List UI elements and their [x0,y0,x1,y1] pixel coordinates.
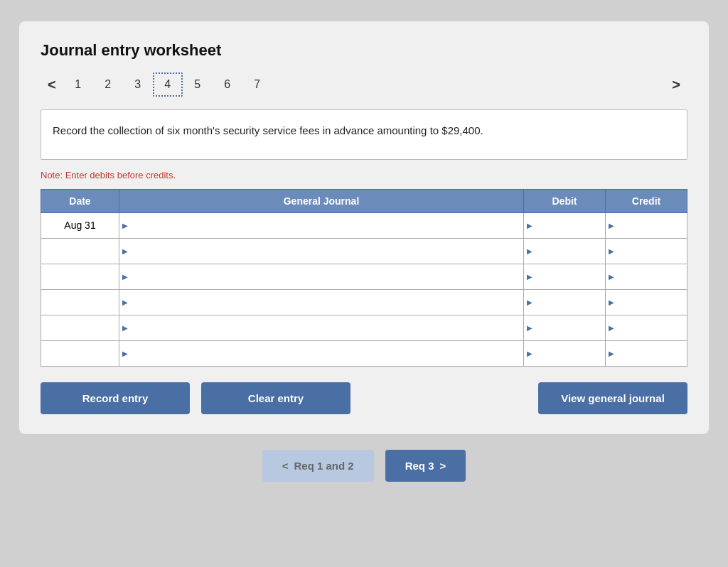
debit-input-3[interactable] [524,290,605,315]
date-cell-4 [41,315,119,340]
req-1-and-2-label: Req 1 and 2 [294,460,353,472]
header-journal: General Journal [119,189,524,212]
req-3-button[interactable]: Req 3 > [385,450,466,482]
table-row [41,340,687,366]
header-debit: Debit [524,189,606,212]
date-cell-1 [41,238,119,264]
req-3-label: Req 3 [405,460,434,472]
debit-cell-5[interactable] [524,340,606,366]
table-row [41,315,687,340]
main-card: Journal entry worksheet < 1 2 3 4 5 6 7 … [19,21,709,434]
credit-cell-4[interactable] [606,315,687,340]
credit-cell-5[interactable] [606,340,687,366]
nav-number-6[interactable]: 6 [213,74,242,95]
table-row [41,289,687,315]
nav-number-4[interactable]: 4 [153,72,183,97]
record-entry-button[interactable]: Record entry [41,382,190,414]
nav-number-1[interactable]: 1 [63,74,93,95]
journal-input-5[interactable] [125,341,523,366]
credit-input-5[interactable] [606,341,687,366]
nav-prev-arrow[interactable]: < [41,75,63,94]
view-general-journal-button[interactable]: View general journal [538,382,687,414]
journal-table: Date General Journal Debit Credit Aug 31 [41,189,687,367]
credit-input-1[interactable] [606,239,687,264]
header-credit: Credit [606,189,687,212]
credit-input-4[interactable] [606,315,687,340]
debit-cell-3[interactable] [524,289,606,315]
page-title: Journal entry worksheet [41,41,687,60]
date-cell-3 [41,289,119,315]
nav-number-2[interactable]: 2 [93,74,123,95]
journal-cell-0[interactable] [119,212,524,238]
journal-cell-2[interactable] [119,264,524,289]
journal-cell-4[interactable] [119,315,524,340]
debit-cell-0[interactable] [524,212,606,238]
debit-input-0[interactable] [524,213,605,238]
table-header-row: Date General Journal Debit Credit [41,189,687,212]
req-next-arrow: > [440,460,446,472]
bottom-navigation: < Req 1 and 2 Req 3 > [19,450,709,482]
credit-input-0[interactable] [606,213,687,238]
debit-cell-1[interactable] [524,238,606,264]
date-cell-2 [41,264,119,289]
req-1-and-2-button[interactable]: < Req 1 and 2 [262,450,374,482]
debit-input-1[interactable] [524,239,605,264]
debit-input-4[interactable] [524,315,605,340]
credit-cell-2[interactable] [606,264,687,289]
journal-cell-3[interactable] [119,289,524,315]
journal-input-0[interactable] [125,213,523,238]
journal-cell-1[interactable] [119,238,524,264]
table-row: Aug 31 [41,212,687,238]
journal-input-1[interactable] [125,239,523,264]
worksheet-nav: < 1 2 3 4 5 6 7 > [41,72,687,97]
clear-entry-button[interactable]: Clear entry [201,382,350,414]
nav-next-arrow[interactable]: > [665,75,687,94]
nav-number-5[interactable]: 5 [183,74,213,95]
req-prev-arrow: < [282,460,289,472]
credit-cell-0[interactable] [606,212,687,238]
credit-cell-3[interactable] [606,289,687,315]
debit-cell-4[interactable] [524,315,606,340]
date-cell-5 [41,340,119,366]
nav-number-7[interactable]: 7 [242,74,272,95]
debit-cell-2[interactable] [524,264,606,289]
debit-input-2[interactable] [524,264,605,289]
journal-input-3[interactable] [125,290,523,315]
table-row [41,238,687,264]
credit-input-3[interactable] [606,290,687,315]
note-text: Note: Enter debits before credits. [41,170,687,180]
date-cell-0: Aug 31 [41,212,119,238]
journal-input-4[interactable] [125,315,523,340]
description-box: Record the collection of six month's sec… [41,109,687,160]
credit-input-2[interactable] [606,264,687,289]
table-row [41,264,687,289]
debit-input-5[interactable] [524,341,605,366]
header-date: Date [41,189,119,212]
button-row: Record entry Clear entry View general jo… [41,382,687,414]
nav-number-3[interactable]: 3 [123,74,153,95]
journal-input-2[interactable] [125,264,523,289]
description-text: Record the collection of six month's sec… [53,124,483,136]
journal-cell-5[interactable] [119,340,524,366]
credit-cell-1[interactable] [606,238,687,264]
